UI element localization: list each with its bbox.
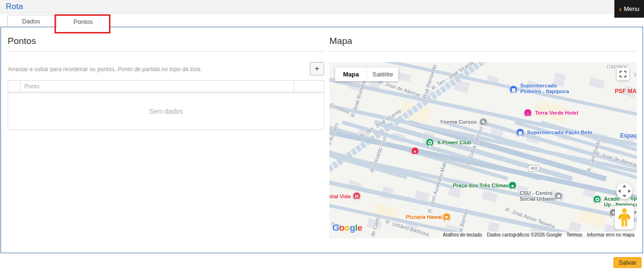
points-table-header: Ponto bbox=[8, 80, 324, 92]
pegman-body bbox=[621, 214, 628, 221]
chevron-left-icon: ‹ bbox=[619, 5, 622, 12]
marker-tail bbox=[511, 189, 514, 193]
street-view-pegman-control[interactable] bbox=[615, 205, 634, 229]
pontos-section-title: Pontos bbox=[8, 36, 324, 52]
google-logo-letter: G bbox=[332, 223, 339, 233]
pan-left-icon bbox=[618, 189, 621, 193]
fullscreen-icon bbox=[620, 71, 626, 77]
map-place-text[interactable]: PSF MAD bbox=[615, 88, 637, 95]
tab-dados[interactable]: Dados bbox=[7, 15, 55, 27]
menu-button[interactable]: ‹ Menu bbox=[614, 0, 644, 18]
drag-hint-text: Arrastar e soltar para reordenar os pont… bbox=[8, 62, 280, 73]
building bbox=[589, 77, 605, 89]
supermercado-pinheiro-itapipoca-marker[interactable]: ▤ bbox=[510, 86, 518, 94]
marker-tail bbox=[512, 93, 515, 97]
menu-button-label: Menu bbox=[624, 5, 640, 12]
pizzaria-hawai-marker[interactable]: Ψ bbox=[443, 213, 451, 221]
google-logo-letter: g bbox=[350, 223, 355, 233]
clothing-store-marker[interactable]: ♦ bbox=[411, 147, 419, 155]
mapa-section: Mapa Cordeiroe RomeroR. José RomeroR. Jo… bbox=[329, 36, 637, 238]
marker-tail bbox=[595, 203, 599, 207]
attribution-link[interactable]: Atalhos do teclado bbox=[440, 232, 484, 238]
marker-tail bbox=[413, 154, 417, 159]
map-attribution: Atalhos do tecladoDados cartográficos ©2… bbox=[440, 232, 637, 238]
attribution-link[interactable]: Termos bbox=[564, 232, 585, 238]
hint-normal: Arrastar e soltar para reordenar os pont… bbox=[8, 66, 116, 73]
map-type-satellite-button[interactable]: Satélite bbox=[367, 67, 398, 81]
save-button[interactable]: Salvar bbox=[613, 257, 642, 268]
pan-up-icon bbox=[622, 185, 626, 187]
actions-column bbox=[294, 81, 324, 92]
supermercado-paulo-belo-marker[interactable]: ▤ bbox=[516, 129, 524, 137]
terra-verde-hotel-marker[interactable]: ⌂ bbox=[524, 109, 532, 117]
map-place-text[interactable]: Espaç bbox=[620, 132, 637, 139]
marker-tail bbox=[428, 146, 432, 150]
x-power-club-label[interactable]: X-Power Club bbox=[437, 140, 471, 145]
points-table-empty-state: Sem dados bbox=[8, 93, 324, 130]
tab-pontos[interactable]: Pontos bbox=[56, 15, 110, 28]
praca-dos-tres-climas-label[interactable]: Praça dos Três Climas bbox=[453, 183, 509, 188]
map-place-text: ic bbox=[634, 72, 637, 77]
pegman-leg bbox=[625, 221, 627, 226]
supermercado-pinheiro-itapipoca-label[interactable]: SupermercadoPinheiro - Itapipoca bbox=[520, 83, 569, 94]
csu-centro-social-urbano-label[interactable]: CSU - CentroSocial Urbano bbox=[520, 190, 555, 202]
google-map[interactable]: Cordeiroe RomeroR. José RomeroR. José de… bbox=[329, 62, 637, 238]
praca-dos-tres-climas-marker[interactable]: ♣ bbox=[509, 182, 517, 190]
pan-down-icon bbox=[622, 195, 626, 197]
hospital-vida-label[interactable]: pital Vida bbox=[329, 194, 351, 199]
pizzaria-hawai-label[interactable]: Pizzaria Hawai bbox=[406, 214, 442, 220]
supermercado-paulo-belo-label[interactable]: Supermercado Paulo Belo bbox=[527, 129, 592, 135]
mapa-section-title: Mapa bbox=[329, 36, 637, 52]
hint-italic: Ponto de partida no topo da lista. bbox=[118, 66, 202, 73]
pan-control[interactable] bbox=[616, 183, 633, 199]
add-point-button[interactable]: + bbox=[310, 62, 324, 75]
hospital-vida-marker[interactable]: H bbox=[353, 192, 361, 200]
google-logo[interactable]: Google bbox=[332, 223, 362, 233]
academia-up-itapipoca-marker[interactable] bbox=[593, 195, 601, 204]
pontos-section: Pontos Arrastar e soltar para reordenar … bbox=[8, 36, 324, 130]
ynema-cursos-marker[interactable]: ✎ bbox=[480, 118, 488, 126]
attribution-text: Dados cartográficos ©2026 Google bbox=[484, 232, 564, 238]
ponto-column-header: Ponto bbox=[21, 81, 294, 92]
building bbox=[481, 191, 497, 203]
marker-tail bbox=[355, 199, 359, 204]
top-bar: Rota bbox=[0, 0, 644, 13]
main-panel: Pontos Arrastar e soltar para reordenar … bbox=[0, 27, 643, 253]
rota-page: Rota ‹ Menu Dados Pontos Pontos Arrastar… bbox=[0, 0, 644, 269]
google-logo-letter: e bbox=[357, 223, 362, 233]
pegman-icon bbox=[622, 208, 627, 213]
route-402-shield: 402 bbox=[528, 165, 540, 172]
page-title: Rota bbox=[6, 2, 23, 11]
hint-row: Arrastar e soltar para reordenar os pont… bbox=[8, 62, 324, 77]
building bbox=[568, 221, 582, 232]
drag-handle-column bbox=[8, 81, 21, 92]
street-label: Cordeiro bbox=[329, 102, 350, 115]
x-power-club-marker[interactable] bbox=[426, 139, 434, 147]
ynema-cursos-label[interactable]: Ynema Cursos bbox=[440, 119, 477, 125]
marker-tail bbox=[481, 125, 485, 129]
terra-verde-hotel-label[interactable]: Terra Verde Hotel bbox=[535, 110, 578, 116]
fullscreen-button[interactable] bbox=[617, 68, 629, 80]
marker-tail bbox=[526, 116, 530, 120]
google-logo-letter: o bbox=[339, 223, 344, 233]
map-type-control: Mapa Satélite bbox=[335, 67, 398, 81]
marker-tail bbox=[445, 220, 448, 225]
pegman-leg bbox=[622, 221, 624, 226]
marker-tail bbox=[518, 136, 522, 140]
google-logo-letter: o bbox=[344, 223, 349, 233]
attribution-link[interactable]: Informar erro no mapa bbox=[585, 232, 637, 238]
marker-tail bbox=[557, 199, 560, 204]
csu-centro-social-urbano-marker[interactable] bbox=[555, 192, 563, 200]
pan-right-icon bbox=[628, 189, 631, 193]
map-type-map-button[interactable]: Mapa bbox=[335, 67, 367, 81]
